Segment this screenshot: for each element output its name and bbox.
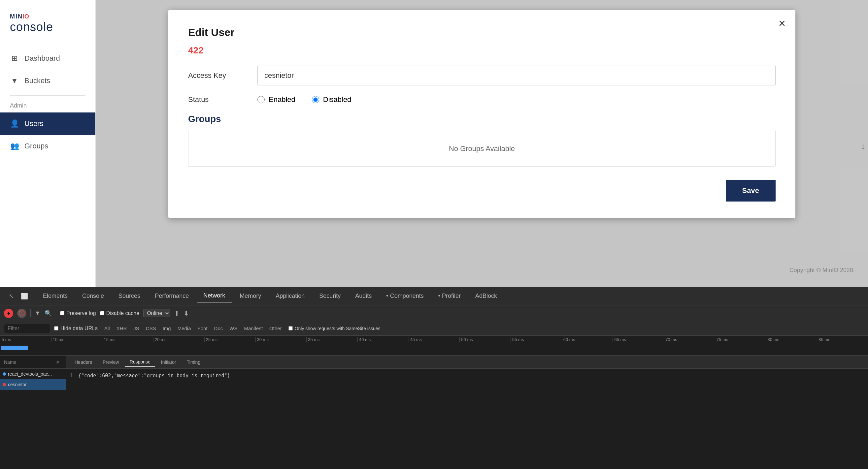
- sidebar-item-label-users: Users: [24, 120, 43, 128]
- inspect-icon[interactable]: ↖: [6, 291, 17, 301]
- status-disabled-option[interactable]: Disabled: [312, 95, 351, 104]
- hide-data-urls-input[interactable]: [54, 326, 58, 331]
- sidebar-item-label-buckets: Buckets: [24, 76, 50, 85]
- toolbar-separator-1: [30, 309, 31, 317]
- access-key-row: Access Key: [188, 66, 776, 86]
- samesite-input[interactable]: [288, 326, 293, 331]
- tab-profiler[interactable]: • Profiler: [432, 290, 467, 302]
- panel-close-btn[interactable]: ✕: [54, 360, 62, 365]
- disable-cache-checkbox[interactable]: Disable cache: [100, 310, 140, 316]
- tick-15ms: 15 ms: [102, 337, 153, 342]
- sidebar-item-label-dashboard: Dashboard: [24, 54, 60, 63]
- tab-initiator[interactable]: Initiator: [156, 358, 181, 367]
- upload-icon[interactable]: ⬆: [174, 309, 180, 317]
- tab-sources[interactable]: Sources: [112, 290, 147, 302]
- samesite-checkbox[interactable]: Only show requests with SameSite issues: [288, 326, 380, 331]
- tick-45ms: 45 ms: [409, 337, 460, 342]
- filter-doc-button[interactable]: Doc: [212, 325, 226, 332]
- tick-75ms: 75 ms: [715, 337, 766, 342]
- tab-preview[interactable]: Preview: [98, 358, 124, 367]
- tab-headers[interactable]: Headers: [70, 358, 97, 367]
- response-body-text: {"code":602,"message":"groups in body is…: [78, 373, 230, 379]
- sidebar-item-buckets[interactable]: ▼ Buckets: [0, 70, 95, 92]
- logo-min: MIN: [10, 13, 23, 20]
- groups-table: No Groups Available: [188, 131, 776, 167]
- tick-25ms: 25 ms: [204, 337, 255, 342]
- edit-user-modal: × Edit User 422 Access Key Status Enable…: [168, 10, 796, 218]
- sidebar-item-groups[interactable]: 👥 Groups: [0, 135, 95, 157]
- filter-xhr-button[interactable]: XHR: [114, 325, 130, 332]
- filter-img-button[interactable]: Img: [160, 325, 174, 332]
- tick-5ms: 5 ms: [0, 337, 51, 342]
- sidebar-item-users[interactable]: 👤 Users: [0, 112, 95, 135]
- network-panel-header: Name ✕: [0, 356, 66, 369]
- tab-adblock[interactable]: AdBlock: [469, 290, 504, 302]
- line-number: 1: [70, 373, 73, 379]
- tab-performance[interactable]: Performance: [148, 290, 195, 302]
- tab-timing[interactable]: Timing: [182, 358, 205, 367]
- filter-css-button[interactable]: CSS: [143, 325, 159, 332]
- logo-io: IO: [23, 13, 29, 20]
- sidebar-item-dashboard[interactable]: ⊞ Dashboard: [0, 47, 95, 70]
- tick-55ms: 55 ms: [510, 337, 562, 342]
- filter-input[interactable]: [4, 324, 50, 333]
- tick-30ms: 30 ms: [255, 337, 307, 342]
- filter-media-button[interactable]: Media: [175, 325, 194, 332]
- filter-ws-button[interactable]: WS: [227, 325, 240, 332]
- tab-response[interactable]: Response: [125, 357, 155, 367]
- network-item-react-devtools[interactable]: react_devtools_bac...: [0, 369, 66, 379]
- devtools-panels: Name ✕ react_devtools_bac... cesnietor H…: [0, 356, 868, 469]
- tab-components[interactable]: • Components: [379, 290, 430, 302]
- device-icon[interactable]: ⬜: [19, 291, 30, 301]
- filter-all-button[interactable]: All: [102, 325, 113, 332]
- groups-section-title: Groups: [188, 114, 776, 124]
- status-radio-group: Enabled Disabled: [257, 95, 351, 104]
- filter-manifest-button[interactable]: Manifest: [241, 325, 265, 332]
- timeline-ruler: 5 ms 10 ms 15 ms 20 ms 25 ms 30 ms 35 ms…: [0, 336, 868, 344]
- network-throttle-select[interactable]: Online: [143, 309, 170, 317]
- tick-50ms: 50 ms: [459, 337, 510, 342]
- filter-font-button[interactable]: Font: [195, 325, 210, 332]
- tab-application[interactable]: Application: [269, 290, 311, 302]
- save-button[interactable]: Save: [726, 180, 776, 202]
- response-content-area: 1 {"code":602,"message":"groups in body …: [66, 369, 868, 382]
- preserve-log-label: Preserve log: [66, 310, 96, 316]
- filter-icon[interactable]: ▼: [35, 310, 40, 316]
- tick-40ms: 40 ms: [358, 337, 409, 342]
- modal-close-button[interactable]: ×: [779, 16, 785, 30]
- search-icon[interactable]: 🔍: [44, 310, 52, 317]
- preserve-log-checkbox[interactable]: Preserve log: [60, 310, 96, 316]
- disable-cache-input[interactable]: [100, 311, 104, 315]
- sidebar-divider: [10, 95, 86, 96]
- status-disabled-radio[interactable]: [312, 96, 319, 103]
- request-indicator-red: [3, 383, 6, 386]
- status-enabled-option[interactable]: Enabled: [257, 95, 296, 104]
- users-icon: 👤: [10, 119, 19, 128]
- filter-bar: Hide data URLs All XHR JS CSS Img Media …: [0, 321, 868, 336]
- stop-button[interactable]: 🚫: [17, 309, 26, 318]
- status-enabled-radio[interactable]: [257, 96, 265, 103]
- tick-60ms: 60 ms: [562, 337, 613, 342]
- tick-65ms: 65 ms: [613, 337, 664, 342]
- sidebar-logo: MINIO console: [0, 0, 95, 44]
- tab-audits[interactable]: Audits: [348, 290, 378, 302]
- filter-js-button[interactable]: JS: [131, 325, 142, 332]
- tab-network[interactable]: Network: [197, 290, 232, 302]
- hide-data-urls-checkbox[interactable]: Hide data URLs: [54, 326, 98, 332]
- preserve-log-input[interactable]: [60, 311, 64, 315]
- tab-console[interactable]: Console: [75, 290, 111, 302]
- toolbar-separator-2: [56, 309, 56, 317]
- record-button[interactable]: ●: [4, 309, 13, 318]
- tick-85ms: 85 ms: [817, 337, 868, 342]
- download-icon[interactable]: ⬇: [184, 309, 189, 317]
- buckets-icon: ▼: [10, 76, 19, 86]
- filter-other-button[interactable]: Other: [267, 325, 284, 332]
- access-key-input[interactable]: [257, 66, 776, 86]
- hide-data-urls-label: Hide data URLs: [60, 326, 98, 332]
- tab-security[interactable]: Security: [313, 290, 347, 302]
- network-item-cesnietor[interactable]: cesnietor: [0, 379, 66, 390]
- tab-memory[interactable]: Memory: [233, 290, 268, 302]
- tick-80ms: 80 ms: [766, 337, 817, 342]
- groups-icon: 👥: [10, 141, 19, 151]
- tab-elements[interactable]: Elements: [36, 290, 74, 302]
